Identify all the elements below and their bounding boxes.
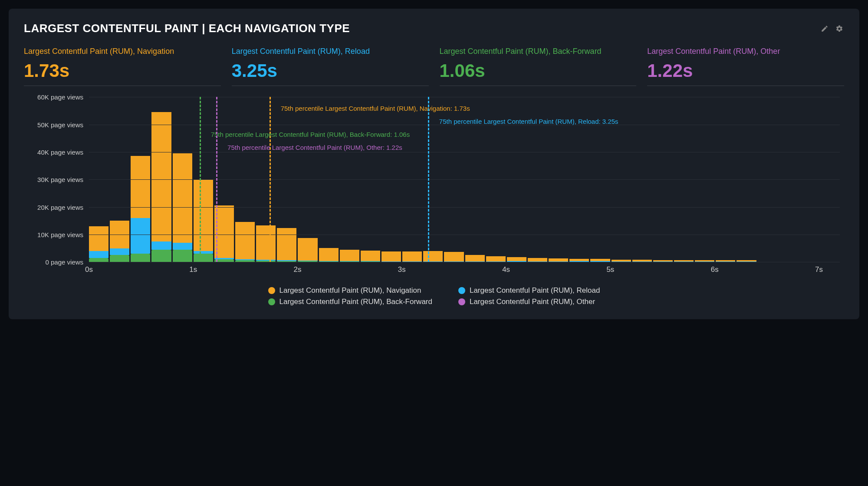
bar-segment-orange [340, 250, 359, 261]
bar-segment-green [110, 255, 129, 262]
legend-swatch [268, 287, 275, 294]
edit-icon[interactable] [820, 24, 829, 33]
legend-label: Largest Contentful Paint (RUM), Reload [470, 286, 600, 295]
legend-item[interactable]: Largest Contentful Paint (RUM), Back-For… [268, 298, 432, 306]
bar-segment-orange [528, 258, 547, 261]
bar-segment-orange [381, 251, 401, 261]
y-tick-label: 60K page views [23, 93, 83, 101]
legend-item[interactable]: Largest Contentful Paint (RUM), Other [458, 298, 600, 306]
metric-label: Largest Contentful Paint (RUM), Reload [232, 46, 429, 57]
lcp-panel: LARGEST CONTENTFUL PAINT | EACH NAVIGATI… [9, 9, 859, 319]
metric-card: Largest Contentful Paint (RUM), Reload3.… [232, 46, 429, 86]
x-tick-label: 5s [606, 265, 614, 274]
metric-label: Largest Contentful Paint (RUM), Navigati… [24, 46, 221, 57]
panel-title: LARGEST CONTENTFUL PAINT | EACH NAVIGATI… [24, 22, 350, 35]
metrics-row: Largest Contentful Paint (RUM), Navigati… [24, 46, 844, 86]
metric-value: 1.73s [24, 60, 221, 81]
x-tick-label: 7s [815, 265, 823, 274]
metric-value: 1.06s [440, 60, 637, 81]
bar-segment-orange [194, 179, 213, 251]
legend-label: Largest Contentful Paint (RUM), Back-For… [279, 298, 432, 306]
gridline [89, 152, 840, 152]
chart-plot-area: 0 page views10K page views20K page views… [89, 97, 840, 262]
percentile-line [270, 97, 271, 262]
bar-segment-orange [277, 228, 296, 261]
bar-segment-green [173, 250, 192, 262]
legend-swatch [458, 298, 465, 305]
bar-segment-orange [361, 251, 380, 261]
y-tick-label: 0 page views [23, 258, 83, 266]
bar-segment-orange [151, 112, 171, 241]
gridline [89, 97, 840, 97]
legend-swatch [458, 287, 465, 294]
x-tick-label: 3s [398, 265, 406, 274]
gridline [89, 235, 840, 235]
y-tick-label: 20K page views [23, 203, 83, 211]
gridline [89, 179, 840, 180]
bar-segment-blue [173, 243, 192, 250]
percentile-label: 75th percentile Largest Contentful Paint… [227, 144, 402, 151]
x-axis: 0s1s2s3s4s5s6s7s [89, 265, 840, 278]
panel-actions [820, 24, 844, 33]
y-tick-label: 10K page views [23, 231, 83, 238]
bar-segment-orange [465, 255, 485, 261]
x-tick-label: 2s [294, 265, 302, 274]
percentile-line [216, 97, 217, 262]
bar-segment-orange [444, 252, 464, 261]
y-tick-label: 40K page views [23, 148, 83, 155]
bar-segment-orange [319, 248, 339, 261]
bar-segment-orange [89, 226, 108, 251]
bar-segment-orange [402, 251, 422, 261]
gear-icon[interactable] [835, 24, 844, 33]
x-tick-label: 6s [711, 265, 719, 274]
metric-card: Largest Contentful Paint (RUM), Back-For… [440, 46, 637, 86]
percentile-line [428, 97, 429, 262]
panel-header: LARGEST CONTENTFUL PAINT | EACH NAVIGATI… [24, 22, 844, 35]
gridline [89, 207, 840, 208]
bar-segment-orange [256, 225, 276, 260]
legend-label: Largest Contentful Paint (RUM), Other [470, 298, 595, 306]
bar-segment-orange [549, 258, 568, 261]
y-tick-label: 50K page views [23, 121, 83, 128]
bar-segment-orange [235, 222, 255, 259]
legend-label: Largest Contentful Paint (RUM), Navigati… [279, 286, 421, 295]
y-tick-label: 30K page views [23, 176, 83, 183]
metric-value: 1.22s [647, 60, 844, 81]
metric-label: Largest Contentful Paint (RUM), Other [647, 46, 844, 57]
y-axis: 0 page views10K page views20K page views… [24, 97, 87, 262]
bar-segment-orange [298, 238, 317, 261]
bar-segment-green [151, 250, 171, 262]
bar-segment-orange [173, 153, 192, 243]
bar-segment-blue [110, 248, 129, 255]
bar-segment-green [89, 258, 108, 262]
gridline [89, 262, 840, 262]
metric-label: Largest Contentful Paint (RUM), Back-For… [440, 46, 637, 57]
percentile-label: 75th percentile Largest Contentful Paint… [281, 105, 470, 112]
bar-segment-orange [131, 156, 150, 218]
bar-segment-orange [486, 256, 506, 261]
metric-card: Largest Contentful Paint (RUM), Navigati… [24, 46, 221, 86]
legend-item[interactable]: Largest Contentful Paint (RUM), Navigati… [268, 286, 432, 295]
metric-value: 3.25s [232, 60, 429, 81]
bar-segment-green [131, 254, 150, 262]
legend-swatch [268, 298, 275, 305]
bar-segment-green [194, 254, 213, 262]
legend: Largest Contentful Paint (RUM), Navigati… [24, 286, 844, 306]
percentile-label: 75th percentile Largest Contentful Paint… [211, 131, 410, 138]
x-tick-label: 1s [189, 265, 197, 274]
x-tick-label: 0s [85, 265, 93, 274]
percentile-label: 75th percentile Largest Contentful Paint… [439, 118, 618, 125]
bar-segment-orange [507, 257, 526, 261]
bar-segment-orange [423, 251, 443, 261]
percentile-line [200, 97, 201, 262]
bar-segment-blue [131, 218, 150, 254]
bar-segment-blue [89, 251, 108, 258]
x-tick-label: 4s [502, 265, 510, 274]
bar-segment-blue [151, 241, 171, 250]
metric-card: Largest Contentful Paint (RUM), Other1.2… [647, 46, 844, 86]
legend-item[interactable]: Largest Contentful Paint (RUM), Reload [458, 286, 600, 295]
